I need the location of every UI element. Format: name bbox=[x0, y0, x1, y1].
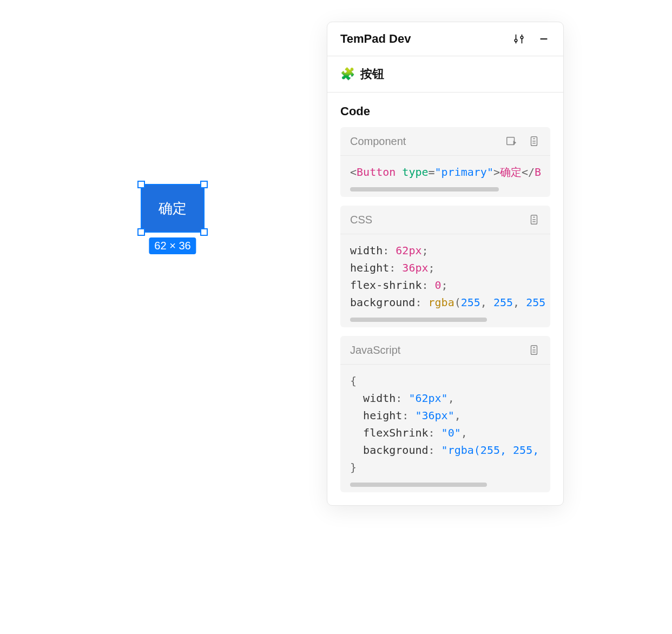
button-preview-label: 确定 bbox=[159, 199, 187, 218]
scrollbar-thumb[interactable] bbox=[350, 187, 499, 191]
preview-icon[interactable] bbox=[505, 135, 518, 148]
panel-title: TemPad Dev bbox=[340, 32, 411, 46]
component-name: 按钮 bbox=[360, 66, 384, 82]
minimize-icon[interactable] bbox=[537, 32, 550, 45]
resize-handle-br[interactable] bbox=[200, 228, 208, 236]
svg-point-3 bbox=[521, 36, 523, 39]
size-badge: 62 × 36 bbox=[149, 237, 196, 254]
js-code-body[interactable]: { width: "62px", height: "36px", flexShr… bbox=[340, 365, 550, 481]
svg-point-2 bbox=[515, 39, 517, 42]
component-scrollbar[interactable] bbox=[350, 187, 541, 191]
copy-icon[interactable] bbox=[528, 213, 541, 226]
code-section-title: Code bbox=[327, 93, 563, 127]
copy-icon[interactable] bbox=[528, 344, 541, 356]
js-code-panel: JavaScript { width: "62px", heig bbox=[340, 336, 550, 492]
component-icon: 🧩 bbox=[340, 67, 355, 81]
component-code-panel: Component bbox=[340, 127, 550, 197]
css-code-body[interactable]: width: 62px; height: 36px; flex-shrink: … bbox=[340, 234, 550, 316]
resize-handle-bl[interactable] bbox=[137, 228, 145, 236]
panel-header: TemPad Dev bbox=[327, 22, 563, 56]
selected-element[interactable]: 确定 62 × 36 bbox=[141, 184, 205, 233]
scrollbar-thumb[interactable] bbox=[350, 483, 487, 487]
css-panel-title: CSS bbox=[350, 214, 372, 226]
design-canvas[interactable]: 确定 62 × 36 bbox=[0, 0, 314, 634]
component-code-body[interactable]: <Button type="primary">确定</B bbox=[340, 156, 550, 186]
button-preview[interactable]: 确定 62 × 36 bbox=[141, 184, 205, 233]
css-scrollbar[interactable] bbox=[350, 318, 541, 322]
copy-icon[interactable] bbox=[528, 135, 541, 148]
resize-handle-tl[interactable] bbox=[137, 181, 145, 188]
css-code-panel: CSS width: 62px; height: 36px; flex- bbox=[340, 206, 550, 327]
svg-marker-6 bbox=[513, 141, 517, 144]
js-scrollbar[interactable] bbox=[350, 483, 541, 487]
component-panel-title: Component bbox=[350, 135, 406, 148]
inspector-panel: TemPad Dev 🧩 按钮 Code bbox=[327, 22, 564, 506]
scrollbar-thumb[interactable] bbox=[350, 318, 487, 322]
svg-rect-5 bbox=[507, 137, 515, 145]
js-panel-title: JavaScript bbox=[350, 344, 400, 356]
settings-icon[interactable] bbox=[512, 32, 525, 45]
panel-subheader: 🧩 按钮 bbox=[327, 56, 563, 93]
resize-handle-tr[interactable] bbox=[200, 181, 208, 188]
